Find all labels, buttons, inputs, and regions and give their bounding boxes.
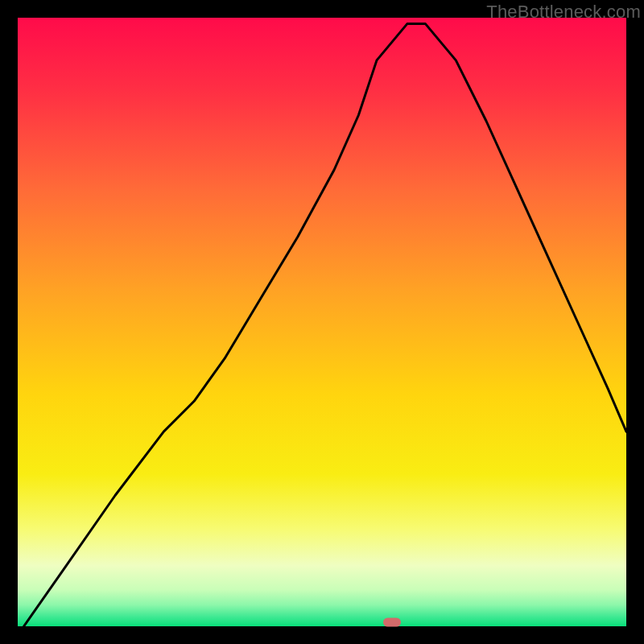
watermark-text: TheBottleneck.com [486, 2, 641, 23]
bottleneck-curve [18, 18, 626, 626]
optimal-marker [383, 617, 401, 626]
plot-area [18, 18, 626, 626]
